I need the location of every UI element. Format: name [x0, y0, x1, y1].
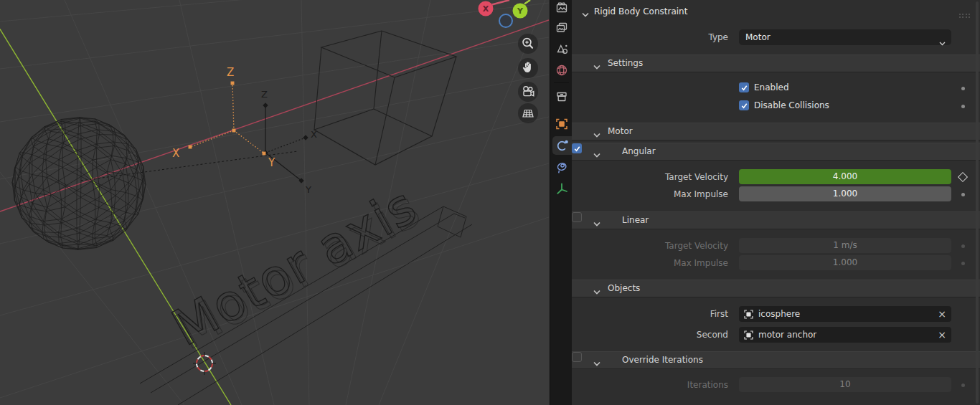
disable-collisions-row: Disable Collisions: [572, 98, 980, 114]
constraint-relationship-line: [81, 151, 298, 181]
objects-subpanel-header[interactable]: Objects: [572, 280, 980, 297]
max-impulse-slider[interactable]: 1.000: [739, 186, 951, 201]
tab-physics-properties-selected[interactable]: [552, 136, 573, 155]
second-object-name: motor anchor: [758, 330, 816, 340]
svg-text:Y: Y: [517, 6, 524, 16]
dark-empty[interactable]: Z X Y: [261, 89, 317, 195]
tab-object-data-properties[interactable]: [550, 179, 573, 198]
decorator-dot[interactable]: [958, 186, 968, 202]
disable-collisions-checkbox[interactable]: [739, 100, 749, 110]
orange-empty-x-label: X: [172, 147, 179, 160]
enabled-checkbox[interactable]: [739, 82, 749, 92]
properties-panel: Rigid Body Constraint Type Motor Setting…: [572, 0, 980, 405]
3d-viewport[interactable]: Motor axis Motor axis Z X Y: [0, 0, 550, 405]
panel-title: Rigid Body Constraint: [594, 6, 687, 16]
dark-empty-z-label: Z: [261, 89, 268, 100]
linear-checkbox[interactable]: [572, 212, 582, 222]
iterations-label: Iterations: [572, 377, 728, 393]
linear-max-impulse-row: Max Impulse 1.000: [572, 255, 980, 271]
decorator-keyframe-diamond[interactable]: [958, 169, 968, 185]
tab-collection-properties[interactable]: [550, 87, 573, 106]
motor-title: Motor: [608, 126, 633, 136]
navigation-gizmo[interactable]: X Y: [473, 0, 538, 32]
settings-subpanel-header[interactable]: Settings: [572, 54, 980, 72]
toggle-grid-view-button[interactable]: [518, 103, 538, 123]
type-label: Type: [572, 29, 728, 45]
tab-constraint-properties[interactable]: [550, 158, 573, 176]
panel-grip-handle[interactable]: [958, 13, 971, 19]
second-object-field[interactable]: motor anchor ×: [739, 327, 951, 343]
target-velocity-value: 4.000: [833, 171, 857, 181]
camera-view-button[interactable]: [518, 82, 538, 102]
linear-subpanel-header[interactable]: Linear: [572, 211, 980, 229]
angular-title: Angular: [622, 146, 656, 156]
orange-empty-z-label: Z: [227, 66, 234, 79]
gizmo-y-axis-ball[interactable]: Y: [513, 4, 528, 19]
linear-max-impulse-slider[interactable]: 1.000: [739, 255, 951, 270]
iterations-value: 10: [839, 379, 850, 389]
decorator-dot[interactable]: [958, 238, 968, 254]
max-impulse-label: Max Impulse: [572, 255, 728, 271]
world-globe-icon: [555, 63, 569, 77]
angular-max-impulse-row: Max Impulse 1.000: [572, 186, 980, 202]
linear-target-velocity-row: Target Velocity 1 m/s: [572, 238, 980, 254]
scene-icon: [555, 42, 569, 57]
iterations-row: Iterations 10: [572, 377, 980, 393]
target-velocity-slider[interactable]: 4.000: [739, 169, 951, 184]
decorator-dot[interactable]: [958, 80, 968, 96]
angular-checkbox[interactable]: [572, 143, 582, 153]
decorator-dot[interactable]: [958, 98, 968, 114]
physics-orbit-icon: [555, 138, 570, 153]
move-view-button[interactable]: [518, 58, 538, 78]
chevron-down-icon: [593, 62, 600, 72]
tab-scene-properties[interactable]: [550, 40, 573, 59]
objects-title: Objects: [608, 283, 640, 293]
iterations-slider[interactable]: 10: [739, 377, 951, 392]
rigid-body-constraint-panel-header[interactable]: Rigid Body Constraint: [572, 4, 980, 20]
constraint-type-value: Motor: [745, 32, 771, 42]
override-iterations-checkbox[interactable]: [572, 352, 582, 362]
object-icon: [744, 310, 753, 319]
zoom-button[interactable]: [518, 34, 538, 54]
floor-grid: [0, 0, 549, 405]
chevron-down-icon: [939, 35, 946, 51]
linear-max-impulse-value: 1.000: [833, 257, 857, 267]
scene-text-motor-axis[interactable]: Motor axis Motor axis: [162, 176, 430, 361]
tab-object-properties[interactable]: [550, 115, 573, 133]
clear-second-object-button[interactable]: ×: [938, 328, 946, 342]
hand-icon: [518, 58, 538, 78]
panel-scrollbar[interactable]: [976, 1, 979, 404]
second-object-row: Second motor anchor ×: [572, 327, 980, 343]
gizmo-x-axis-ball[interactable]: X: [479, 1, 494, 16]
tab-view-layer-properties[interactable]: [550, 19, 573, 37]
decorator-dot[interactable]: [958, 255, 968, 271]
orange-empty-y-label: Y: [268, 156, 275, 169]
chevron-down-icon[interactable]: [582, 9, 589, 19]
first-object-row: First icosphere ×: [572, 306, 980, 322]
cube-wireframe[interactable]: [314, 31, 456, 165]
tab-world-properties[interactable]: [550, 61, 573, 80]
linear-target-velocity-slider[interactable]: 1 m/s: [739, 238, 951, 253]
angular-subpanel-header[interactable]: Angular: [572, 143, 980, 161]
override-iterations-subpanel-header[interactable]: Override Iterations: [572, 351, 980, 369]
grid-icon: [518, 103, 538, 123]
decorator-dot[interactable]: [958, 377, 968, 393]
target-velocity-label: Target Velocity: [572, 169, 728, 185]
clear-first-object-button[interactable]: ×: [938, 307, 946, 321]
gizmo-z-axis-ball[interactable]: [499, 14, 512, 27]
disable-collisions-label: Disable Collisions: [754, 100, 829, 110]
tab-render-properties[interactable]: [550, 0, 573, 17]
motor-subpanel-header[interactable]: Motor: [572, 123, 980, 140]
type-row: Type Motor: [572, 29, 980, 45]
svg-text:X: X: [483, 4, 489, 14]
first-object-field[interactable]: icosphere ×: [739, 306, 951, 322]
scene-text-front-face: Motor axis: [162, 176, 426, 357]
linear-title: Linear: [622, 215, 649, 225]
constraint-type-dropdown[interactable]: Motor: [739, 29, 951, 45]
max-impulse-value: 1.000: [833, 189, 857, 199]
chevron-down-icon: [593, 287, 600, 297]
collection-box-icon: [555, 90, 569, 104]
camera-icon: [518, 82, 538, 102]
enabled-row: Enabled: [572, 80, 980, 96]
viewport-canvas[interactable]: Motor axis Motor axis Z X Y: [0, 0, 550, 405]
